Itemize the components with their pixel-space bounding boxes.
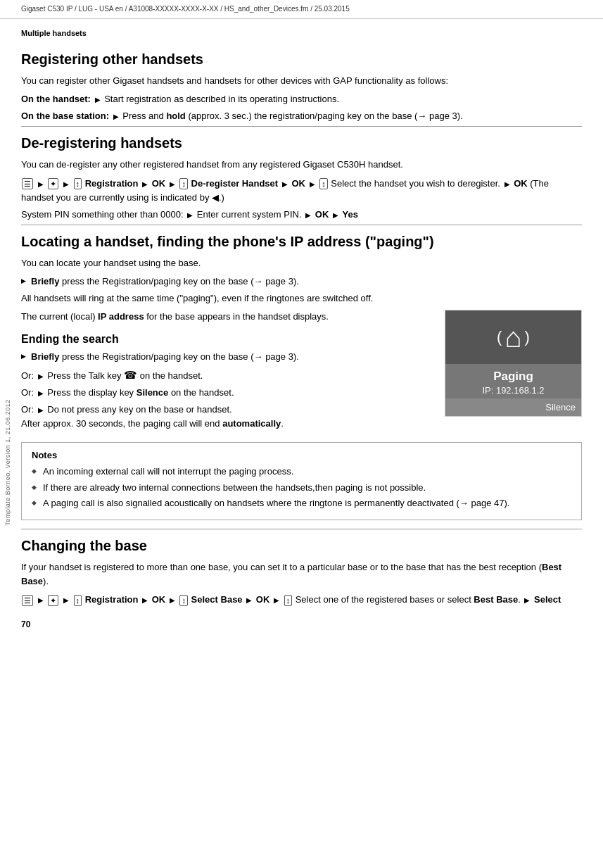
briefly2: Briefly — [31, 351, 59, 362]
base-label: On the base station: — [21, 111, 109, 121]
house-icon: ⌂ — [504, 323, 521, 351]
notes-box: Notes An incoming external call will not… — [21, 442, 582, 520]
handset-label: On the handset: — [21, 94, 91, 104]
locating-intro: You can locate your handset using the ba… — [21, 256, 582, 270]
arr8: ▶ — [187, 210, 193, 221]
nav-icon-3: ↕ — [319, 178, 328, 189]
arr10: ▶ — [333, 210, 338, 221]
silence-label: Silence — [137, 387, 169, 398]
select-base-label: Select Base — [191, 594, 246, 605]
signal-right-icon: ) — [525, 328, 530, 346]
divider-3 — [21, 529, 582, 529]
select-label: Select — [534, 594, 561, 605]
reg-label: Registration — [85, 178, 141, 189]
changing-intro: If your handset is registered to more th… — [21, 560, 582, 589]
arr-or3: ▶ — [38, 405, 44, 416]
page-number: 70 — [21, 619, 582, 629]
deregistering-title: De-registering handsets — [21, 134, 582, 152]
ok1: OK — [152, 178, 166, 189]
settings-icon-1: ✦ — [48, 178, 58, 189]
paging-title-box: Paging IP: 192.168.1.2 — [445, 364, 581, 398]
arr7: ▶ — [504, 179, 510, 190]
ok-c1: OK — [152, 594, 166, 605]
nav-icon-c3: ↕ — [284, 595, 293, 606]
automatically-label: automatically — [222, 418, 281, 429]
arr2: ▶ — [63, 179, 69, 190]
arr4: ▶ — [170, 179, 175, 190]
best-base-label: Best Base — [21, 562, 561, 586]
locating-section: Locating a handset, finding the phone's … — [21, 232, 582, 434]
ok4: OK — [315, 209, 329, 220]
arr-c7: ▶ — [524, 595, 530, 606]
select-handset-text: Select the handset you wish to deregiste… — [331, 178, 502, 189]
main-content: Multiple handsets Registering other hand… — [21, 19, 582, 660]
arr-c6: ▶ — [274, 595, 279, 606]
menu-icon-1: ☰ — [22, 178, 33, 189]
arr1: ▶ — [38, 179, 44, 190]
page-wrapper: Gigaset C530 IP / LUG - USA en / A31008-… — [0, 0, 603, 868]
handset-text: Start registration as described in its o… — [104, 94, 339, 104]
ok3: OK — [514, 178, 528, 189]
pin-text: System PIN something other than 0000: ▶ … — [21, 208, 582, 222]
changing-title: Changing the base — [21, 536, 582, 555]
all-handsets-text: All handsets will ring at the same time … — [21, 291, 582, 306]
base-text: Press and hold (approx. 3 sec.) the regi… — [122, 111, 462, 121]
paging-title: Paging — [452, 370, 574, 384]
registering-handset-line: On the handset: ▶ Start registration as … — [21, 92, 582, 106]
arr-c2: ▶ — [63, 595, 69, 606]
registering-base-line: On the base station: ▶ Press and hold (a… — [21, 109, 582, 123]
note-item-1: An incoming external call will not inter… — [32, 465, 571, 479]
paging-ip: IP: 192.168.1.2 — [452, 385, 574, 396]
header-bar: Gigaset C530 IP / LUG - USA en / A31008-… — [0, 0, 603, 19]
select-base-text: Select one of the registered bases or se… — [296, 594, 523, 605]
arr6: ▶ — [310, 179, 315, 190]
dereg-label: De-register Handset — [191, 178, 281, 189]
template-sidebar: Template Borneo, Version 1, 21.06.2012 — [0, 56, 15, 868]
note-item-3: A paging call is also signalled acoustic… — [32, 496, 571, 510]
arrow-right-2: ▶ — [113, 111, 119, 122]
ok2: OK — [291, 178, 305, 189]
briefly-label: Briefly — [31, 276, 59, 287]
paging-icon-row: ( ⌂ ) — [452, 323, 574, 351]
notes-header: Notes — [32, 450, 571, 460]
arr-c5: ▶ — [246, 595, 252, 606]
arrow-right-1: ▶ — [95, 94, 101, 106]
ok-c2: OK — [256, 594, 270, 605]
registering-title: Registering other handsets — [21, 50, 582, 68]
divider-2 — [21, 225, 582, 225]
reg-label-2: Registration — [85, 594, 141, 605]
paging-silence: Silence — [545, 402, 576, 413]
template-label: Template Borneo, Version 1, 21.06.2012 — [4, 399, 11, 526]
nav-icon-c1: ↕ — [74, 595, 82, 606]
nav-icon-2: ↕ — [179, 178, 188, 189]
paging-silence-box: Silence — [445, 398, 581, 416]
arr9: ▶ — [305, 210, 311, 221]
note-item-2: If there are already two internal connec… — [32, 481, 571, 495]
locating-title: Locating a handset, finding the phone's … — [21, 232, 582, 251]
ending-bullet1: Briefly press the Registration/paging ke… — [21, 350, 582, 364]
signal-left-icon: ( — [497, 328, 502, 346]
talk-key-icon: ☎ — [124, 369, 137, 381]
registering-intro: You can register other Gigaset handsets … — [21, 74, 582, 88]
section-label: Multiple handsets — [21, 29, 582, 37]
arr-c1: ▶ — [38, 595, 44, 606]
divider-1 — [21, 126, 582, 127]
nav-icon-1: ↕ — [74, 178, 82, 189]
arr-c3: ▶ — [142, 595, 148, 606]
menu-icon-2: ☰ — [22, 595, 33, 606]
deregistering-instruction: ☰ ▶ ✦ ▶ ↕ Registration ▶ OK ▶ ↕ De-regis… — [21, 177, 582, 205]
settings-icon-2: ✦ — [48, 595, 58, 606]
arr-c4: ▶ — [170, 595, 175, 606]
header-text: Gigaset C530 IP / LUG - USA en / A31008-… — [21, 5, 350, 13]
nav-icon-c2: ↕ — [179, 595, 188, 606]
arr-or1: ▶ — [38, 371, 44, 382]
arr5: ▶ — [282, 179, 288, 190]
arr3: ▶ — [142, 179, 148, 190]
arr-or2: ▶ — [38, 388, 44, 399]
changing-instruction: ☰ ▶ ✦ ▶ ↕ Registration ▶ OK ▶ ↕ Select B… — [21, 593, 582, 607]
yes-label: Yes — [343, 209, 358, 220]
locating-bullet1: Briefly press the Registration/paging ke… — [21, 275, 582, 289]
deregistering-intro: You can de-register any other registered… — [21, 158, 582, 172]
